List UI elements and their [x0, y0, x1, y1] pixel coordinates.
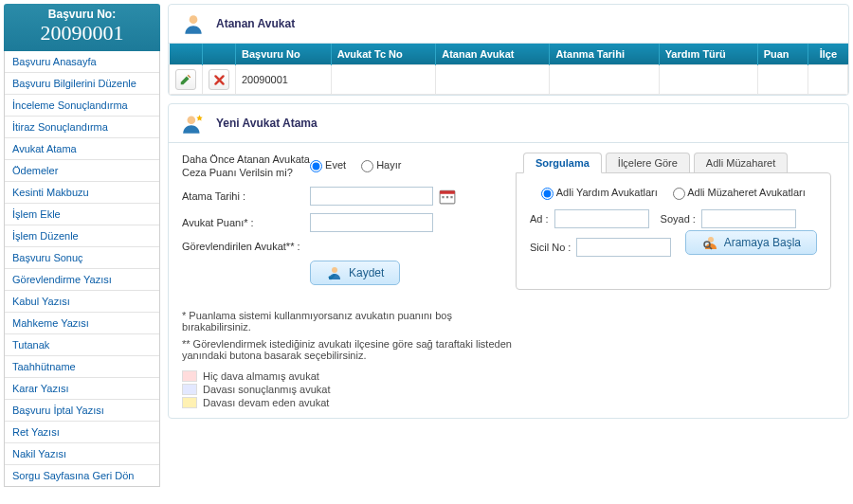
- sidebar-item-avukat-atama[interactable]: Avukat Atama: [5, 137, 159, 159]
- input-sicil-no[interactable]: [576, 238, 671, 257]
- calendar-icon[interactable]: [439, 188, 456, 205]
- delete-row-button[interactable]: [209, 69, 229, 90]
- sidebar-item-mahkeme-yazisi[interactable]: Mahkeme Yazısı: [5, 312, 159, 333]
- basvuru-no-label: Başvuru No:: [4, 8, 160, 21]
- sidebar-item-itiraz[interactable]: İtiraz Sonuçlandırma: [5, 116, 159, 137]
- th-blank2: [203, 44, 236, 65]
- svg-rect-4: [442, 196, 444, 198]
- note-1: * Puanlama sistemi kullanmıyorsanız avuk…: [182, 310, 523, 333]
- legend-swatch-yellow: [182, 397, 197, 408]
- sidebar-item-bilgileri-duzenle[interactable]: Başvuru Bilgilerini Düzenle: [5, 72, 159, 94]
- tabs: Sorgulama İlçelere Göre Adli Müzaharet: [516, 153, 835, 173]
- legend-swatch-pink: [182, 370, 197, 382]
- sidebar-nav: Başvuru Anasayfa Başvuru Bilgilerini Düz…: [4, 51, 160, 487]
- svg-point-7: [332, 267, 337, 273]
- label-sicil-no: Sicil No :: [530, 242, 571, 253]
- sidebar-item-basvuru-sonuc[interactable]: Başvuru Sonuç: [5, 246, 159, 268]
- radio-adli-muzaheret[interactable]: Adli Müzaheret Avukatları: [673, 187, 806, 200]
- th-tc-no: Avukat Tc No: [331, 44, 436, 65]
- sidebar-item-nakil-yazisi[interactable]: Nakil Yazısı: [5, 442, 159, 464]
- edit-row-button[interactable]: [175, 69, 196, 90]
- panel-title: Atanan Avukat: [216, 17, 295, 30]
- radio-adli-yardim[interactable]: Adli Yardım Avukatları: [541, 187, 657, 200]
- cell-ilce: [808, 65, 848, 95]
- legend-item: Davası devam eden avukat: [182, 397, 523, 408]
- input-soyad[interactable]: [701, 209, 796, 228]
- cell-puan: [757, 65, 808, 95]
- legend-item: Davası sonuçlanmış avukat: [182, 384, 523, 395]
- user-star-icon: [180, 110, 207, 136]
- assigned-table: Başvuru No Avukat Tc No Atanan Avukat At…: [169, 44, 848, 95]
- search-button[interactable]: Aramaya Başla: [685, 230, 817, 255]
- sidebar-item-islem-duzenle[interactable]: İşlem Düzenle: [5, 225, 159, 246]
- label-penalty: Daha Önce Atanan Avukata Ceza Puanı Veri…: [182, 153, 310, 179]
- legend-item: Hiç dava almamış avukat: [182, 370, 523, 382]
- sidebar-item-kesinti[interactable]: Kesinti Makbuzu: [5, 181, 159, 203]
- table-row: 20090001: [170, 65, 848, 95]
- cell-basvuru-no: 20090001: [236, 65, 332, 95]
- sidebar-item-gorevlendirme-yazisi[interactable]: Görevlendirme Yazısı: [5, 268, 159, 290]
- cell-avukat: [436, 65, 550, 95]
- cell-tc: [331, 65, 436, 95]
- sidebar-header: Başvuru No: 20090001: [4, 4, 160, 51]
- cell-tur: [659, 65, 757, 95]
- th-ilce: İlçe: [808, 44, 848, 65]
- user-icon: [180, 10, 207, 37]
- search-icon: [701, 234, 718, 251]
- input-atama-tarihi[interactable]: [310, 187, 433, 206]
- panel-atanan-avukat: Atanan Avukat Başvuru No Avukat Tc No At…: [168, 4, 849, 96]
- th-puan: Puan: [757, 44, 808, 65]
- note-2: ** Görevlendirmek istediğiniz avukatı il…: [182, 338, 523, 361]
- legend-swatch-blue: [182, 384, 197, 395]
- input-ad[interactable]: [554, 209, 649, 228]
- label-gorevlendirilen: Görevlendirilen Avukat** :: [182, 240, 310, 253]
- svg-rect-6: [450, 196, 452, 198]
- basvuru-no-value: 20090001: [4, 21, 160, 45]
- th-yardim-turu: Yardım Türü: [659, 44, 757, 65]
- tab-sorgulama[interactable]: Sorgulama: [523, 153, 602, 173]
- th-blank1: [170, 44, 203, 65]
- sidebar-item-karar-yazisi[interactable]: Karar Yazısı: [5, 377, 159, 399]
- svg-rect-3: [440, 190, 455, 193]
- cell-tarih: [550, 65, 659, 95]
- tab-adli-muzaharet[interactable]: Adli Müzaharet: [694, 153, 788, 173]
- th-atanan-avukat: Atanan Avukat: [436, 44, 550, 65]
- radio-hayir[interactable]: Hayır: [361, 159, 401, 172]
- sidebar-item-taahhutname[interactable]: Taahhütname: [5, 355, 159, 377]
- svg-point-0: [190, 15, 198, 24]
- sidebar-item-odemeler[interactable]: Ödemeler: [5, 159, 159, 181]
- sidebar-item-anasayfa[interactable]: Başvuru Anasayfa: [5, 51, 159, 72]
- save-icon: [326, 264, 343, 281]
- label-ad: Ad :: [530, 213, 549, 225]
- svg-point-1: [188, 116, 196, 124]
- th-atanma-tarihi: Atanma Tarihi: [550, 44, 659, 65]
- svg-rect-5: [446, 196, 448, 198]
- sidebar-item-tutanak[interactable]: Tutanak: [5, 333, 159, 355]
- panel-title-new: Yeni Avukat Atama: [216, 117, 318, 130]
- main: Atanan Avukat Başvuru No Avukat Tc No At…: [168, 4, 849, 487]
- sidebar: Başvuru No: 20090001 Başvuru Anasayfa Ba…: [4, 4, 160, 487]
- th-basvuru-no: Başvuru No: [236, 44, 332, 65]
- label-soyad: Soyad :: [661, 213, 696, 225]
- save-button[interactable]: Kaydet: [310, 261, 400, 285]
- sidebar-item-islem-ekle[interactable]: İşlem Ekle: [5, 203, 159, 225]
- tab-ilcelere-gore[interactable]: İlçelere Göre: [606, 153, 690, 173]
- tab-body: Adli Yardım Avukatları Adli Müzaheret Av…: [516, 172, 831, 290]
- panel-yeni-atama: Yeni Avukat Atama Daha Önce Atanan Avuka…: [168, 103, 849, 419]
- label-atama-tarihi: Atama Tarihi :: [182, 190, 310, 202]
- sidebar-item-iptal-yazisi[interactable]: Başvuru İptal Yazısı: [5, 399, 159, 421]
- input-avukat-puani[interactable]: [310, 213, 433, 232]
- sidebar-item-inceleme[interactable]: İnceleme Sonuçlandırma: [5, 94, 159, 116]
- label-avukat-puani: Avukat Puanı* :: [182, 217, 310, 228]
- radio-evet[interactable]: Evet: [310, 159, 346, 172]
- sidebar-item-kabul-yazisi[interactable]: Kabul Yazısı: [5, 290, 159, 312]
- sidebar-item-ret-yazisi[interactable]: Ret Yazısı: [5, 421, 159, 442]
- sidebar-item-geri-don[interactable]: Sorgu Sayfasına Geri Dön: [5, 464, 159, 486]
